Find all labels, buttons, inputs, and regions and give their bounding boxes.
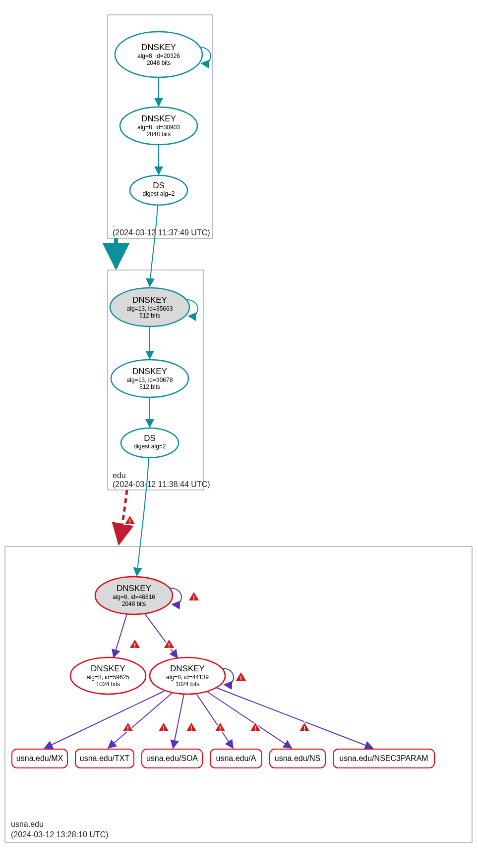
- node-edu-ksk: DNSKEY alg=13, id=35663 512 bits: [110, 288, 189, 326]
- leaf-txt: usna.edu/TXT: [75, 749, 134, 768]
- edge-zsk2-ns: [206, 691, 292, 748]
- edge-usna-ksk-zsk2: [145, 614, 178, 658]
- zone-label: usna.edu: [11, 820, 44, 828]
- svg-text:1024 bits: 1024 bits: [96, 681, 120, 688]
- node-usna-ksk: DNSKEY alg=8, id=46816 2048 bits: [95, 577, 173, 614]
- svg-text:usna.edu/TXT: usna.edu/TXT: [80, 754, 130, 762]
- svg-text:!: !: [134, 642, 136, 649]
- svg-text:1024 bits: 1024 bits: [176, 681, 200, 688]
- svg-text:alg=8, id=20326: alg=8, id=20326: [137, 53, 180, 59]
- svg-text:512 bits: 512 bits: [139, 383, 160, 390]
- zone-timestamp: (2024-03-12 13:28:10 UTC): [11, 830, 109, 839]
- svg-text:!: !: [129, 518, 131, 525]
- svg-text:alg=8, id=46816: alg=8, id=46816: [113, 594, 155, 600]
- zone-root: . (2024-03-12 11:37:49 UTC) DNSKEY alg=8…: [108, 15, 213, 238]
- svg-text:!: !: [219, 725, 221, 732]
- svg-text:!: !: [163, 725, 165, 732]
- warning-icon: !: [188, 591, 200, 601]
- node-root-ds: DS digest alg=2: [130, 175, 187, 205]
- edge-zsk2-soa: [173, 694, 184, 748]
- edge-root-ds-edu-ksk: [150, 205, 158, 286]
- svg-text:alg=13, id=35663: alg=13, id=35663: [127, 305, 173, 312]
- svg-text:!: !: [168, 642, 170, 649]
- leaf-ns: usna.edu/NS: [270, 749, 325, 768]
- svg-text:!: !: [193, 595, 195, 601]
- svg-text:DNSKEY: DNSKEY: [170, 664, 205, 673]
- svg-text:usna.edu/MX: usna.edu/MX: [16, 754, 63, 762]
- svg-text:!: !: [303, 725, 305, 732]
- dnssec-graph: . (2024-03-12 11:37:49 UTC) DNSKEY alg=8…: [0, 0, 478, 868]
- node-root-ksk: DNSKEY alg=8, id=20326 2048 bits: [115, 32, 202, 77]
- node-usna-zsk2: DNSKEY alg=8, id=44139 1024 bits: [150, 657, 225, 694]
- svg-text:usna.edu/NSEC3PARAM: usna.edu/NSEC3PARAM: [339, 754, 428, 762]
- zone-timestamp: (2024-03-12 11:38:44 UTC): [113, 480, 210, 488]
- node-edu-ds: DS digest alg=2: [121, 428, 179, 458]
- svg-text:DNSKEY: DNSKEY: [117, 584, 151, 593]
- svg-text:!: !: [240, 675, 242, 682]
- svg-text:DS: DS: [144, 434, 156, 443]
- zone-label: edu: [113, 471, 126, 480]
- svg-rect-25: [5, 546, 472, 842]
- svg-text:!: !: [127, 725, 129, 732]
- edge-zsk2-mx: [45, 691, 164, 748]
- warning-icon: !: [185, 722, 197, 732]
- edge-usna-ksk-zsk1: [114, 614, 127, 657]
- zone-usna: usna.edu (2024-03-12 13:28:10 UTC) DNSKE…: [5, 546, 472, 842]
- warning-icon: !: [129, 639, 141, 649]
- svg-text:alg=8, id=44139: alg=8, id=44139: [166, 674, 209, 681]
- zone-label: .: [113, 219, 115, 228]
- zone-edu: edu (2024-03-12 11:38:44 UTC) DNSKEY alg…: [108, 270, 210, 490]
- svg-text:DS: DS: [153, 181, 165, 190]
- node-usna-zsk1: DNSKEY alg=8, id=59625 1024 bits: [70, 657, 146, 694]
- svg-text:DNSKEY: DNSKEY: [141, 43, 176, 52]
- svg-text:digest alg=2: digest alg=2: [142, 190, 175, 197]
- svg-text:2048 bits: 2048 bits: [147, 131, 171, 138]
- svg-text:!: !: [254, 725, 256, 732]
- svg-text:512 bits: 512 bits: [139, 312, 160, 319]
- edge-zsk2-txt: [108, 693, 173, 748]
- edge-zsk2-n3p: [216, 688, 373, 748]
- leaf-soa: usna.edu/SOA: [142, 749, 202, 768]
- svg-text:usna.edu/A: usna.edu/A: [216, 754, 256, 762]
- warning-icon: !: [158, 722, 170, 732]
- edge-edu-ds-usna-ksk: [137, 458, 149, 576]
- svg-text:DNSKEY: DNSKEY: [132, 295, 167, 305]
- svg-text:DNSKEY: DNSKEY: [91, 664, 125, 673]
- svg-text:2048 bits: 2048 bits: [122, 600, 146, 607]
- zone-timestamp: (2024-03-12 11:37:49 UTC): [113, 228, 210, 237]
- leaf-n3p: usna.edu/NSEC3PARAM: [333, 749, 434, 768]
- svg-text:DNSKEY: DNSKEY: [141, 114, 176, 123]
- node-root-zsk: DNSKEY alg=8, id=30903 2048 bits: [120, 107, 197, 145]
- edge-zsk2-a: [196, 693, 233, 748]
- svg-text:usna.edu/SOA: usna.edu/SOA: [146, 754, 198, 762]
- warning-icon: !: [124, 515, 136, 525]
- svg-text:alg=8, id=30903: alg=8, id=30903: [137, 124, 180, 131]
- warning-icons: !!!!!!!!!!!: [122, 515, 310, 732]
- svg-text:digest alg=2: digest alg=2: [133, 443, 166, 450]
- svg-text:usna.edu/NS: usna.edu/NS: [275, 754, 321, 762]
- svg-text:alg=13, id=30678: alg=13, id=30678: [127, 377, 173, 383]
- svg-text:!: !: [190, 725, 192, 732]
- leaf-a: usna.edu/A: [210, 749, 262, 768]
- svg-text:DNSKEY: DNSKEY: [132, 367, 167, 376]
- svg-text:2048 bits: 2048 bits: [147, 59, 171, 66]
- node-edu-zsk: DNSKEY alg=13, id=30678 512 bits: [111, 360, 188, 397]
- warning-icon: !: [235, 671, 247, 682]
- svg-text:alg=8, id=59625: alg=8, id=59625: [87, 674, 129, 681]
- leaf-mx: usna.edu/MX: [12, 749, 67, 768]
- edge-delegation-edu-usna: [119, 490, 127, 543]
